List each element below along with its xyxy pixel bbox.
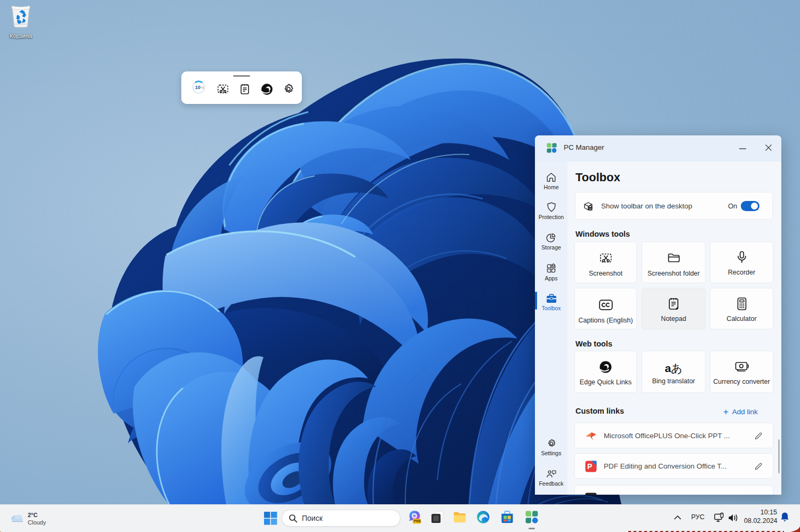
svg-text:PRE: PRE: [414, 519, 421, 523]
svg-text:%: %: [201, 86, 204, 90]
svg-text:P: P: [587, 462, 592, 471]
svg-text:10: 10: [195, 85, 201, 90]
